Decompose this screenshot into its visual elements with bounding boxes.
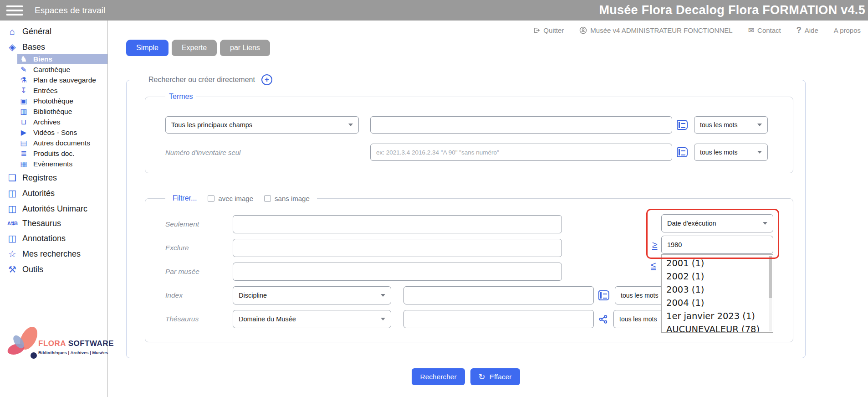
chevron-down-icon bbox=[381, 318, 385, 320]
translate-icon: A⇅B bbox=[6, 221, 18, 227]
sidebar-item-autorites-unimarc[interactable]: ◫Autorités Unimarc bbox=[0, 202, 107, 216]
index-label: Index bbox=[165, 291, 233, 299]
sidebar-item-annotations[interactable]: ◫Annotations bbox=[0, 232, 107, 245]
effacer-button[interactable]: ↻ Effacer bbox=[470, 368, 520, 385]
hamburger-menu-icon[interactable] bbox=[6, 3, 23, 18]
flora-software-logo: FLORA SOFTWAREBibliothèques | Archives |… bbox=[4, 324, 106, 374]
sidebar-item-label: Bases bbox=[22, 42, 45, 52]
index-book-icon[interactable] bbox=[677, 147, 688, 157]
seulement-input[interactable] bbox=[233, 215, 562, 233]
sans-image-checkbox-label[interactable]: sans image bbox=[264, 195, 310, 202]
sidebar-item-autres-documents[interactable]: ▤Autres documents bbox=[17, 138, 107, 148]
popup-scrollbar-thumb[interactable] bbox=[769, 256, 772, 298]
index-select[interactable]: Discipline bbox=[233, 286, 391, 304]
chevron-down-icon bbox=[757, 124, 762, 126]
par-musee-input[interactable] bbox=[233, 263, 562, 281]
sidebar-item-label: Produits doc. bbox=[33, 149, 74, 158]
search-section-legend: Rechercher ou créer directement + bbox=[144, 74, 278, 85]
quitter-link[interactable]: Quitter bbox=[533, 26, 564, 34]
termes-row-main: Tous les principaux champs tous les mots bbox=[165, 116, 793, 134]
sidebar-item-label: Autres documents bbox=[33, 139, 90, 147]
inventory-input[interactable] bbox=[370, 144, 672, 161]
index-book-icon[interactable] bbox=[677, 120, 688, 130]
sidebar-item-outils[interactable]: ⚒Outils bbox=[0, 263, 107, 276]
share-icon[interactable] bbox=[598, 315, 608, 324]
date-filter-column: Date d'exécution ≥ ≤ 2001 (1)2002 (1)2 bbox=[646, 209, 779, 259]
thesaurus-label: Thésaurus bbox=[165, 315, 233, 323]
sidebar-item-registres[interactable]: ❑Registres bbox=[0, 171, 107, 185]
sidebar-item-label: Archives bbox=[33, 118, 60, 126]
index-book-icon[interactable] bbox=[598, 290, 609, 300]
sidebar-item-label: Mes recherches bbox=[22, 249, 81, 259]
sidebar-item-plan-de-sauvegarde[interactable]: ⚗Plan de sauvegarde bbox=[17, 75, 107, 85]
books-icon: ▥ bbox=[18, 107, 29, 116]
apropos-link[interactable]: A propos bbox=[834, 26, 861, 34]
tab-simple[interactable]: Simple bbox=[126, 40, 168, 56]
date-field-select[interactable]: Date d'exécution bbox=[661, 214, 773, 232]
date-suggestion-item[interactable]: 2003 (1) bbox=[666, 283, 773, 296]
sidebar-item-carotheque[interactable]: ✎Carothèque bbox=[17, 64, 107, 75]
sidebar-item-archives[interactable]: ⊔Archives bbox=[17, 117, 107, 127]
contact-link[interactable]: ✉ Contact bbox=[748, 26, 781, 35]
rechercher-button[interactable]: Rechercher bbox=[412, 368, 465, 385]
sidebar-item-general[interactable]: ⌂Général bbox=[0, 25, 107, 38]
sidebar-item-label: Thesaurus bbox=[22, 219, 61, 228]
topbar: Espaces de travail Musée Flora Decalog F… bbox=[0, 0, 868, 21]
chevron-down-icon bbox=[381, 294, 385, 297]
open-book-icon: ◫ bbox=[6, 188, 18, 199]
workspace-label: Espaces de travail bbox=[35, 5, 105, 15]
less-equal-symbol: ≤ bbox=[651, 260, 656, 271]
chess-knight-icon: ♞ bbox=[18, 55, 29, 63]
thesaurus-input[interactable] bbox=[403, 310, 594, 328]
logo-tagline: Bibliothèques | Archives | Musées bbox=[38, 350, 114, 355]
wrench-icon: ⚒ bbox=[6, 264, 18, 275]
filter-section: Filtrer... avec image sans image bbox=[145, 194, 793, 342]
create-plus-icon[interactable]: + bbox=[261, 74, 272, 85]
sidebar-item-bases[interactable]: ◈Bases bbox=[0, 40, 107, 54]
utility-links-row: Quitter Musée v4 ADMINISTRATEUR FONCTION… bbox=[108, 21, 868, 40]
sidebar-item-mes-recherches[interactable]: ☆Mes recherches bbox=[0, 247, 107, 261]
sidebar-item-label: Vidéos - Sons bbox=[33, 128, 77, 137]
inventory-mode-select[interactable]: tous les mots bbox=[694, 144, 768, 161]
tab-experte[interactable]: Experte bbox=[172, 40, 217, 56]
sidebar-item-label: Autorités bbox=[22, 189, 55, 198]
date-suggestion-item[interactable]: 2004 (1) bbox=[666, 296, 773, 309]
avec-image-checkbox[interactable] bbox=[208, 195, 214, 202]
open-box-icon: ⊔ bbox=[18, 118, 29, 126]
date-from-input[interactable] bbox=[661, 236, 773, 254]
open-book-icon: ◫ bbox=[6, 233, 18, 244]
sidebar-item-autorites[interactable]: ◫Autorités bbox=[0, 186, 107, 200]
field-select[interactable]: Tous les principaux champs bbox=[165, 116, 359, 134]
term-mode-select[interactable]: tous les mots bbox=[694, 116, 768, 134]
sidebar-item-biens[interactable]: ♞Biens bbox=[17, 54, 107, 64]
sidebar-item-produits-doc[interactable]: ≣Produits doc. bbox=[17, 148, 107, 159]
inventory-label: Numéro d'inventaire seul bbox=[165, 149, 359, 156]
term-input[interactable] bbox=[370, 116, 672, 134]
avec-image-checkbox-label[interactable]: avec image bbox=[208, 195, 253, 202]
home-icon: ⌂ bbox=[6, 26, 18, 37]
sidebar-item-label: Autorités Unimarc bbox=[22, 204, 87, 214]
sidebar-item-label: Bibliothèque bbox=[33, 107, 72, 116]
sidebar-item-bibliotheque[interactable]: ▥Bibliothèque bbox=[17, 106, 107, 117]
sidebar-item-thesaurus[interactable]: A⇅BThesaurus bbox=[0, 217, 107, 230]
date-suggestion-item[interactable]: 2002 (1) bbox=[666, 270, 773, 283]
sidebar-item-evenements[interactable]: ▦Evènements bbox=[17, 159, 107, 169]
aide-link[interactable]: ? Aide bbox=[797, 26, 818, 35]
thesaurus-select[interactable]: Domaine du Musée bbox=[233, 310, 391, 328]
sidebar-item-phototheque[interactable]: ▣Photothèque bbox=[17, 96, 107, 106]
envelope-icon: ✉ bbox=[748, 26, 754, 35]
index-input[interactable] bbox=[403, 286, 594, 304]
date-suggestion-item[interactable]: AUCUNEVALEUR (78) bbox=[666, 323, 773, 333]
highlight-red-box: Date d'exécution ≥ bbox=[646, 209, 779, 259]
star-icon: ☆ bbox=[6, 248, 18, 259]
question-icon: ? bbox=[797, 26, 802, 35]
sidebar-item-entrees[interactable]: ↧Entrées bbox=[17, 85, 107, 96]
fire-extinguisher-icon: ⚗ bbox=[18, 76, 29, 84]
search-mode-tabs: Simple Experte par Liens bbox=[126, 40, 868, 56]
date-suggestion-item[interactable]: 1er janvier 2023 (1) bbox=[666, 309, 773, 323]
tab-par-liens[interactable]: par Liens bbox=[220, 40, 270, 56]
sidebar-item-videos-sons[interactable]: ▶Vidéos - Sons bbox=[17, 127, 107, 138]
sans-image-checkbox[interactable] bbox=[264, 195, 271, 202]
user-account-link[interactable]: Musée v4 ADMINISTRATEUR FONCTIONNEL bbox=[579, 26, 732, 34]
exclure-input[interactable] bbox=[233, 239, 562, 257]
